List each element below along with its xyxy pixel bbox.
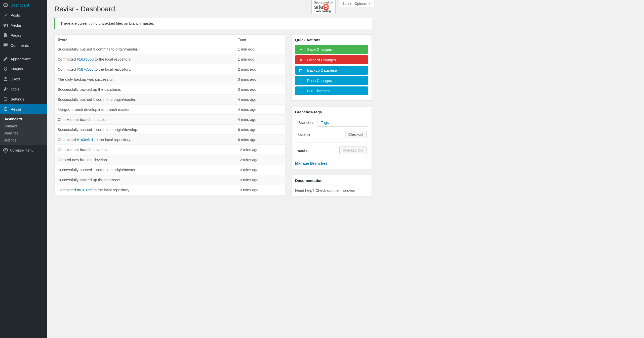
sidebar-item-settings[interactable]: Settings: [0, 94, 47, 104]
time-cell: 13 mins ago: [235, 165, 285, 175]
backup-database-button[interactable]: |Backup Database: [295, 66, 368, 75]
table-row: Successfully backed up the database.3 mi…: [55, 84, 285, 94]
branch-row: developCheckout: [295, 127, 368, 142]
event-cell: Successfully pushed 1 commit to origin/m…: [55, 94, 235, 105]
collapse-menu[interactable]: Collapse menu: [0, 145, 47, 155]
sidebar-item-label: Posts: [11, 13, 20, 17]
tab-branches[interactable]: Branches: [295, 118, 317, 127]
event-cell: Successfully backed up the database.: [55, 84, 235, 94]
table-row: Committed #16a3608 to the local reposito…: [55, 54, 285, 64]
table-row: Successfully pushed 3 commits to origin/…: [55, 44, 285, 54]
checkout-button[interactable]: Checkout: [345, 131, 367, 138]
branches-title: Branches/Tags: [292, 107, 372, 117]
collapse-icon: [3, 148, 8, 153]
event-cell: Merged branch develop into branch master…: [55, 105, 235, 115]
sidebar-item-label: Pages: [11, 33, 21, 37]
svg-point-2: [4, 24, 5, 25]
sidebar-item-pages[interactable]: Pages: [0, 30, 47, 40]
sidebar-item-label: Dashboard: [11, 3, 29, 7]
page-icon: [3, 33, 8, 38]
branch-name: develop: [297, 132, 310, 137]
time-cell: 3 mins ago: [235, 84, 285, 94]
table-row: Successfully backed up the database.13 m…: [55, 175, 285, 185]
svg-rect-1: [4, 24, 6, 26]
sidebar-item-label: Media: [11, 23, 21, 27]
documentation-title: Documentation: [292, 175, 372, 186]
plug-icon: [3, 66, 8, 71]
arrow-up-icon: ↑: [299, 78, 303, 83]
notice-banner: There are currently no untracked files o…: [54, 18, 372, 29]
time-cell: 4 mins ago: [235, 94, 285, 105]
sponsor-tagline: web hosting: [314, 10, 333, 13]
event-cell: Created new branch: develop: [55, 155, 235, 165]
tab-tags[interactable]: Tags: [317, 118, 332, 127]
branch-row: masterChecked Out: [295, 142, 368, 158]
commit-link[interactable]: #1c3e9e1: [77, 137, 94, 142]
sidebar-item-comments[interactable]: Comments: [0, 40, 47, 50]
manage-branches-link[interactable]: Manage Branches: [295, 161, 327, 165]
event-cell: Committed #0181cef to the local reposito…: [55, 185, 235, 195]
revisr-icon: [3, 107, 8, 112]
sponsor-box[interactable]: Sponsored by site5 web hosting: [311, 0, 336, 14]
sidebar-item-posts[interactable]: Posts: [0, 10, 47, 20]
database-icon: [299, 69, 303, 72]
time-cell: 3 mins ago: [235, 74, 285, 84]
commit-link[interactable]: #587c566: [77, 67, 94, 71]
table-row: Committed #587c566 to the local reposito…: [55, 64, 285, 74]
user-icon: [3, 76, 8, 81]
table-row: Committed #0181cef to the local reposito…: [55, 185, 285, 195]
event-cell: Committed #16a3608 to the local reposito…: [55, 54, 235, 64]
time-cell: 13 mins ago: [235, 175, 285, 185]
sidebar-item-appearance[interactable]: Appearance: [0, 54, 47, 64]
sidebar-item-dashboard[interactable]: Dashboard: [0, 0, 47, 10]
sidebar-item-label: Revisr: [11, 107, 21, 111]
event-cell: Successfully pushed 1 commit to origin/d…: [55, 125, 235, 135]
event-cell: Successfully pushed 3 commits to origin/…: [55, 44, 235, 54]
sidebar-item-tools[interactable]: Tools: [0, 84, 47, 94]
svg-point-0: [5, 5, 6, 6]
pull-label: Pull Changes: [307, 89, 330, 93]
time-cell: 1 min ago: [235, 54, 285, 64]
event-cell: Successfully backed up the database.: [55, 175, 235, 185]
svg-point-4: [4, 97, 5, 98]
sidebar-item-media[interactable]: Media: [0, 20, 47, 30]
save-label: Save Changes: [307, 47, 332, 52]
notice-text: There are currently no untracked files o…: [60, 21, 154, 25]
brush-icon: [3, 56, 8, 61]
events-header-event: Event: [55, 35, 235, 44]
table-row: Successfully pushed 1 commit to origin/d…: [55, 125, 285, 135]
submenu-item-commits[interactable]: Commits: [0, 123, 47, 130]
commit-link[interactable]: #16a3608: [77, 57, 94, 61]
sidebar-item-label: Tools: [11, 87, 19, 91]
discard-changes-button[interactable]: ✕|Discard Changes: [295, 55, 368, 64]
sidebar-item-plugins[interactable]: Plugins: [0, 64, 47, 74]
table-row: Successfully pushed 1 commit to origin/m…: [55, 94, 285, 105]
table-row: Checked out branch: develop.12 mins ago: [55, 145, 285, 155]
event-cell: The daily backup was successful.: [55, 74, 235, 84]
plus-icon: +: [299, 47, 303, 52]
push-label: Push Changes: [307, 78, 332, 83]
screen-options-button[interactable]: Screen Options ▼: [339, 0, 374, 7]
submenu-item-settings[interactable]: Settings: [0, 137, 47, 144]
dashboard-icon: [3, 3, 8, 8]
table-row: Successfully pushed 1 commit to origin/m…: [55, 165, 285, 175]
svg-point-3: [5, 77, 7, 79]
submenu-item-dashboard[interactable]: Dashboard: [0, 116, 47, 123]
sidebar-item-revisr[interactable]: Revisr: [0, 104, 47, 114]
push-changes-button[interactable]: ↑|Push Changes: [295, 76, 368, 85]
time-cell: 6 mins ago: [235, 125, 285, 135]
commit-link[interactable]: #0181cef: [77, 188, 93, 192]
sidebar-item-users[interactable]: Users: [0, 74, 47, 84]
chevron-down-icon: ▼: [368, 2, 371, 5]
admin-sidebar: DashboardPostsMediaPagesCommentsAppearan…: [0, 0, 47, 199]
table-row: The daily backup was successful.3 mins a…: [55, 74, 285, 84]
save-changes-button[interactable]: +|Save Changes: [295, 45, 368, 54]
pull-changes-button[interactable]: ↓|Pull Changes: [295, 86, 368, 95]
backup-label: Backup Database: [307, 68, 337, 72]
discard-label: Discard Changes: [307, 58, 336, 62]
sliders-icon: [3, 96, 8, 102]
submenu-item-branches[interactable]: Branches: [0, 130, 47, 137]
events-table: Event Time Successfully pushed 3 commits…: [54, 34, 285, 195]
table-row: Committed #1c3e9e1 to the local reposito…: [55, 135, 285, 145]
sidebar-item-label: Comments: [11, 43, 29, 47]
